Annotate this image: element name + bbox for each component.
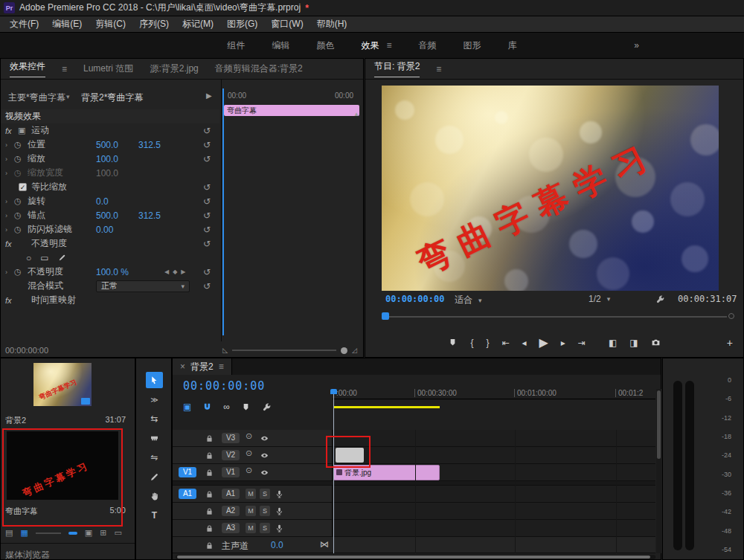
breadcrumb-clip[interactable]: 背景2*弯曲字幕 bbox=[81, 91, 143, 104]
lock-icon[interactable] bbox=[205, 540, 214, 550]
panel-menu-icon[interactable]: ≡ bbox=[62, 64, 67, 74]
mic-icon[interactable] bbox=[275, 489, 283, 499]
program-scrubber-track[interactable] bbox=[383, 316, 727, 318]
expand-chevron-icon[interactable]: › bbox=[5, 226, 14, 234]
position-y-value[interactable]: 312.5 bbox=[138, 140, 161, 150]
stopwatch-icon[interactable]: ◷ bbox=[14, 210, 28, 220]
workspace-tab-color[interactable]: 颜色 bbox=[316, 39, 334, 52]
program-timecode[interactable]: 00:00:00:00 bbox=[385, 294, 444, 304]
add-marker-icon[interactable] bbox=[241, 402, 251, 412]
lock-icon[interactable] bbox=[205, 523, 214, 533]
menu-file[interactable]: 文件(F) bbox=[3, 18, 45, 30]
solo-button[interactable]: S bbox=[260, 489, 270, 499]
reset-icon[interactable]: ↺ bbox=[203, 196, 211, 207]
track-select-forward-tool[interactable]: ≫ bbox=[146, 391, 163, 408]
resolution-dropdown[interactable]: 1/2 ▾ bbox=[589, 294, 610, 304]
nest-sequence-icon[interactable]: ▣ bbox=[183, 402, 191, 412]
scale-value[interactable]: 100.0 bbox=[96, 154, 118, 164]
expand-chevron-icon[interactable]: › bbox=[5, 141, 14, 149]
reset-icon[interactable]: ↺ bbox=[203, 140, 211, 150]
position-x-value[interactable]: 500.0 bbox=[96, 140, 118, 150]
menu-window[interactable]: 窗口(W) bbox=[264, 18, 310, 30]
rect-mask-icon[interactable]: ▭ bbox=[40, 253, 48, 263]
track-target-badge[interactable]: V1 bbox=[222, 467, 240, 477]
ellipse-mask-icon[interactable]: ○ bbox=[26, 253, 31, 263]
track-target-badge[interactable]: A3 bbox=[222, 523, 240, 533]
vertical-scrollbar-thumb[interactable] bbox=[657, 390, 661, 459]
workspace-tab-effects[interactable]: 效果 bbox=[361, 39, 379, 52]
zoom-in-icon[interactable]: ◿ bbox=[352, 347, 357, 354]
stopwatch-icon[interactable]: ◷ bbox=[14, 196, 28, 206]
anchor-x-value[interactable]: 500.0 bbox=[96, 210, 118, 221]
fit-dropdown[interactable]: 适合 ▾ bbox=[455, 294, 482, 306]
step-forward-icon[interactable]: ▸ bbox=[561, 338, 565, 348]
panel-menu-icon[interactable]: ≡ bbox=[436, 64, 441, 74]
mark-out-icon[interactable]: } bbox=[486, 338, 489, 348]
track-v1-lane[interactable]: 背景.jpg bbox=[333, 464, 655, 480]
expand-chevron-icon[interactable]: › bbox=[5, 155, 14, 163]
breadcrumb-master[interactable]: 主要*弯曲字幕 bbox=[8, 91, 65, 104]
reset-icon[interactable]: ↺ bbox=[203, 126, 211, 136]
source-patch-badge[interactable]: V1 bbox=[179, 467, 196, 477]
snap-magnet-icon[interactable] bbox=[202, 402, 212, 412]
menu-graphics[interactable]: 图形(G) bbox=[220, 18, 264, 30]
tab-lumetri-scopes[interactable]: Lumetri 范围 bbox=[83, 62, 133, 75]
close-icon[interactable]: × bbox=[180, 361, 185, 372]
master-volume-value[interactable]: 0.0 bbox=[271, 540, 283, 550]
settings-wrench-icon[interactable] bbox=[655, 295, 665, 304]
blend-mode-dropdown[interactable]: 正常 ▾ bbox=[96, 280, 190, 292]
add-button-plus-icon[interactable]: + bbox=[727, 337, 733, 349]
list-view-icon[interactable]: ▤ bbox=[5, 528, 13, 538]
source-patch-badge[interactable]: A1 bbox=[179, 489, 196, 499]
delete-icon[interactable]: ▭ bbox=[114, 528, 121, 538]
uniform-scale-checkbox[interactable]: ✓ bbox=[19, 183, 27, 191]
mini-playhead[interactable] bbox=[222, 88, 224, 335]
antiflicker-value[interactable]: 0.00 bbox=[96, 225, 113, 235]
timeline-tab[interactable]: × 背景2 ≡ bbox=[173, 358, 232, 375]
type-tool[interactable]: T bbox=[146, 507, 163, 524]
reset-icon[interactable]: ↺ bbox=[203, 281, 211, 292]
track-target-badge[interactable]: V3 bbox=[222, 433, 240, 443]
timeline-settings-wrench-icon[interactable] bbox=[262, 402, 272, 412]
menu-help[interactable]: 帮助(H) bbox=[310, 18, 354, 30]
tab-audio-clip-mixer[interactable]: 音频剪辑混合器:背景2 bbox=[215, 62, 303, 75]
stopwatch-icon[interactable]: ◷ bbox=[14, 225, 28, 234]
add-marker-icon[interactable] bbox=[448, 338, 458, 347]
lock-icon[interactable] bbox=[205, 433, 214, 443]
zoom-slider-handle[interactable] bbox=[68, 532, 77, 535]
lock-icon[interactable] bbox=[205, 506, 214, 516]
thumbnail-zoom-slider[interactable] bbox=[36, 532, 61, 534]
go-to-in-icon[interactable]: ⇤ bbox=[501, 338, 509, 348]
workspace-tab-graphics[interactable]: 图形 bbox=[464, 39, 481, 52]
workspace-overflow-icon[interactable]: » bbox=[634, 40, 640, 51]
go-to-out-icon[interactable]: ⇥ bbox=[578, 338, 586, 348]
toggle-track-output-icon[interactable] bbox=[260, 433, 269, 443]
reset-icon[interactable]: ↺ bbox=[203, 267, 211, 277]
workspace-tab-audio[interactable]: 音频 bbox=[419, 39, 437, 52]
sync-lock-icon[interactable]: ⊙ bbox=[246, 448, 252, 458]
stopwatch-icon[interactable]: ◷ bbox=[14, 267, 28, 277]
workspace-menu-icon[interactable]: ≡ bbox=[386, 40, 391, 51]
panel-timecode[interactable]: 00:00:00:00 bbox=[5, 346, 48, 355]
menu-sequence[interactable]: 序列(S) bbox=[132, 18, 176, 30]
panel-menu-icon[interactable]: ≡ bbox=[219, 361, 224, 372]
timeline-tab-label[interactable]: 背景2 bbox=[190, 361, 214, 373]
horizontal-scrollbar-thumb[interactable] bbox=[177, 556, 650, 559]
reset-icon[interactable]: ↺ bbox=[203, 182, 211, 193]
playhead-handle[interactable] bbox=[330, 389, 337, 394]
project-item2-labels[interactable]: 弯曲字幕 5:00 bbox=[1, 506, 135, 517]
expand-chevron-icon[interactable]: › bbox=[5, 212, 14, 219]
play-indicator-icon[interactable]: ▶ bbox=[206, 91, 212, 100]
zoom-out-icon[interactable]: ◺ bbox=[222, 347, 228, 354]
toggle-track-output-icon[interactable] bbox=[260, 467, 269, 477]
effect-name[interactable]: 运动 bbox=[31, 124, 49, 137]
reset-icon[interactable]: ↺ bbox=[203, 210, 211, 221]
new-bin-icon[interactable]: ▣ bbox=[85, 528, 92, 538]
keyframe-nav-icons[interactable]: ◀◆▶ bbox=[164, 268, 189, 275]
lift-icon[interactable]: ◧ bbox=[609, 338, 617, 348]
rotation-value[interactable]: 0.0 bbox=[96, 196, 109, 207]
tab-media-browser[interactable]: 媒体浏览器 bbox=[5, 549, 50, 560]
step-back-icon[interactable]: ◂ bbox=[522, 338, 526, 348]
sync-lock-icon[interactable]: ⊙ bbox=[246, 466, 252, 475]
track-a2-lane[interactable] bbox=[333, 503, 655, 519]
